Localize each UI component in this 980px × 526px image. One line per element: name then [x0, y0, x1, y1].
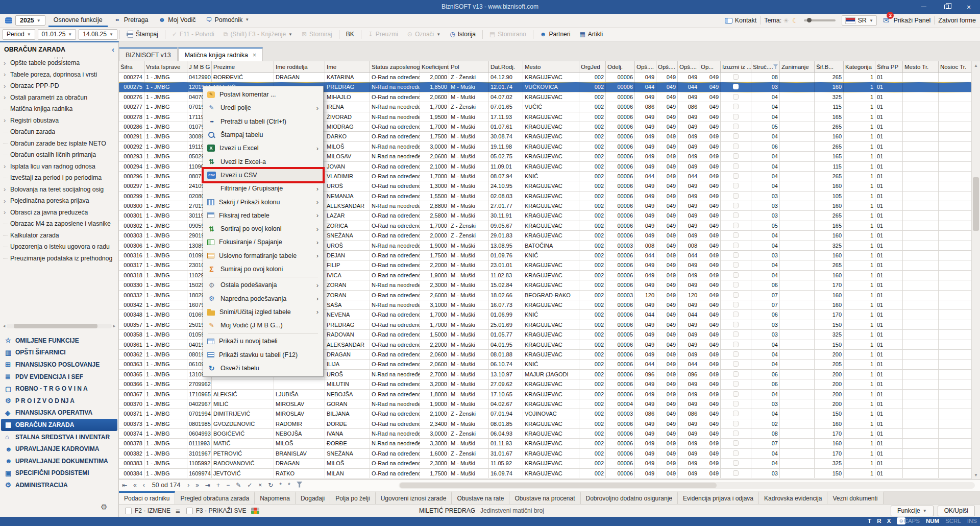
stampaj-button[interactable]: Štampaj	[122, 28, 163, 41]
sidebar-tree-item[interactable]: ›Bolovanja na teret socijalnog osig	[0, 184, 118, 196]
scroll-up-icon[interactable]: ▲	[972, 61, 980, 69]
menu-pomocnik[interactable]: 🗨Pomoćnik▼	[201, 14, 254, 27]
table-row[interactable]: 0003661 - JMBG2709962MILUTINO-Rad na odr…	[119, 379, 971, 389]
context-menu-item-excel-import[interactable]: ⇅Uvezi iz Excel-a	[203, 155, 323, 168]
sidebar-tree-item[interactable]: ›Ostali parametri za obračun	[0, 92, 118, 104]
column-header-op3[interactable]: Opš....	[678, 61, 699, 72]
sidebar-module-grid[interactable]: ⊞FINANSIJSKO POSLOVANJE	[0, 358, 118, 371]
tab-maticna-knjiga[interactable]: Matična knjiga radnika×	[178, 47, 263, 61]
table-row[interactable]: 0003711 - JMBG0701994DIMITRIJEVIĆMIROSLA…	[119, 409, 971, 419]
column-header-sifra[interactable]: Šifra	[119, 61, 144, 72]
sidebar-tree-item[interactable]: Obračun zarade bez isplate NETO	[0, 138, 118, 150]
date-from-dropdown[interactable]: 01.01.25▼	[38, 29, 77, 40]
column-header-pol[interactable]: Pol	[449, 61, 489, 72]
delete-record-icon[interactable]: −	[226, 482, 230, 489]
scroll-thumb[interactable]	[400, 483, 717, 488]
izuzmi-checkbox-icon[interactable]	[733, 440, 739, 446]
column-header-op4[interactable]: Op...	[699, 61, 721, 72]
stornirano-button[interactable]: ▤Stornirano	[485, 28, 531, 41]
sidebar-module-people[interactable]: ☻UPRAVLJANJE KADROVIMA	[0, 443, 118, 455]
izuzmi-checkbox-icon[interactable]	[733, 331, 739, 337]
last-record-icon[interactable]: ⇥	[205, 482, 210, 489]
context-menu-item-comment[interactable]: ✎Postavi komentar ...	[203, 88, 323, 101]
column-header-chk[interactable]: Izuzmi iz ...	[721, 61, 751, 72]
izuzmi-checkbox-icon[interactable]	[733, 114, 739, 119]
izuzmi-checkbox-icon[interactable]	[733, 133, 739, 139]
column-header-dat[interactable]: Dat.Rodj.	[489, 61, 523, 72]
checkbox-icon[interactable]	[186, 508, 193, 514]
izuzmi-checkbox-icon[interactable]	[733, 431, 739, 436]
context-menu-item-print-table[interactable]: Štampaj tabelu	[203, 128, 323, 141]
izuzmi-checkbox-icon[interactable]	[733, 361, 739, 367]
table-row[interactable]: 0003671 - JMBG1710965ALEKSIĆLJUBIŠANEBOJ…	[119, 390, 971, 399]
context-menu-item-advanced-settings[interactable]: ⚙Napredna podešavanja›	[203, 292, 323, 305]
detail-tab[interactable]: Pregled obračuna zarada	[175, 491, 255, 504]
language-dropdown[interactable]: SR ▼	[842, 15, 877, 26]
scroll-left-icon[interactable]: ◂	[2, 323, 7, 328]
izuzmi-checkbox-icon[interactable]	[733, 421, 739, 426]
horizontal-scrollbar[interactable]	[399, 482, 975, 489]
append-record-icon[interactable]: +	[216, 482, 220, 489]
izuzmi-checkbox-icon[interactable]	[733, 232, 739, 238]
theme-slider[interactable]	[804, 19, 836, 21]
izuzmi-checkbox-icon[interactable]	[733, 292, 739, 298]
izuzmi-checkbox-icon[interactable]	[733, 342, 739, 347]
detail-tab[interactable]: Ugovoreni iznosi zarade	[376, 491, 452, 504]
izuzmi-checkbox-icon[interactable]	[733, 163, 739, 169]
sidebar-module-home[interactable]: ⌂STALNA SREDSTVA I INVENTAR	[0, 431, 118, 443]
dark-theme-icon[interactable]: ☾	[792, 17, 798, 25]
sidebar-module-gear[interactable]: ⚙P R O I Z V O D NJ A	[0, 395, 118, 407]
izuzmi-checkbox-icon[interactable]	[733, 183, 739, 188]
tab-biznisoft[interactable]: BIZNISOFT v13	[119, 47, 178, 61]
izuzmi-checkbox-icon[interactable]	[733, 94, 739, 100]
izuzmi-checkbox-icon[interactable]	[733, 391, 739, 397]
sidebar-tree-item[interactable]: Obračun zarada	[0, 126, 118, 138]
sidebar-module-box[interactable]: ▢ROBNO - T R G O V I N A	[0, 382, 118, 395]
context-menu-item-sum[interactable]: ΣSumiraj po ovoj koloni	[203, 262, 323, 276]
izuzmi-checkbox-icon[interactable]	[733, 312, 739, 317]
column-header-mtr[interactable]: Mesto Tr.	[903, 61, 939, 72]
izuzmi-checkbox-icon[interactable]	[733, 212, 739, 218]
next-page-icon[interactable]: »	[195, 482, 199, 489]
izuzmi-checkbox-icon[interactable]	[733, 203, 739, 208]
knjizenje-button[interactable]: ⧉(Shift) F3 - Knjiženje▼	[219, 28, 297, 41]
post-edit-icon[interactable]: ✓	[247, 482, 252, 489]
context-menu-item-focus-merge[interactable]: Fokusiranje / Spajanje›	[203, 235, 323, 249]
context-menu-item-my-guide[interactable]: ✎Moj Vodič (J M B G...)	[203, 319, 323, 332]
minimize-button[interactable]	[913, 0, 935, 14]
sidebar-tree-item[interactable]: Matična knjiga radnika	[0, 103, 118, 115]
slider-knob[interactable]	[807, 18, 812, 22]
detail-tab[interactable]: Podaci o radniku	[119, 491, 175, 504]
izuzmi-checkbox-icon[interactable]	[733, 262, 739, 268]
column-header-koef[interactable]: Koeficijent	[420, 61, 449, 72]
izuzmi-checkbox-icon[interactable]	[733, 173, 739, 179]
table-row[interactable]: 0003741 - JMBG0604993BOGIĆEVIĆNEBOJŠAIVA…	[119, 429, 971, 439]
detail-tab[interactable]: Dobrovoljno dodatno osiguranje	[581, 491, 678, 504]
sidebar-module-book[interactable]: ▥OPŠTI ŠIFARNICI	[0, 347, 118, 359]
collapse-arrow-icon[interactable]: ‹	[112, 45, 114, 54]
sidebar-tree-item[interactable]: ›Registri obustava	[0, 115, 118, 127]
column-header-ntr[interactable]: Nosioc Tr.	[939, 61, 971, 72]
kontakt-button[interactable]: Kontakt	[735, 17, 756, 24]
f11-potvrdi-button[interactable]: ✓F11 - Potvrdi	[167, 28, 219, 41]
column-header-imerod[interactable]: Ime roditelja	[274, 61, 325, 72]
scroll-thumb[interactable]	[973, 177, 979, 231]
table-row[interactable]: 0003841 - JMBG1609974JEVTOVIĆRATKOMILANO…	[119, 469, 971, 479]
bookmark-icon[interactable]: *	[279, 482, 282, 489]
menu-osnovne-funkcije[interactable]: Osnovne funkcije	[48, 14, 108, 27]
mail-icon[interactable]: ✉2	[883, 16, 890, 25]
sidebar-tree-item[interactable]: Obrazac M4 za zaposlene i vlasnike	[0, 218, 118, 230]
preuzmi-button[interactable]: ↧Preuzmi	[363, 28, 403, 41]
detail-tab[interactable]: Vezni dokumenti	[827, 491, 883, 504]
izuzmi-checkbox-icon[interactable]	[733, 144, 739, 149]
checkbox-icon[interactable]	[125, 508, 132, 514]
detail-tab[interactable]: Napomena	[255, 491, 296, 504]
column-header-kat[interactable]: Kategorija	[844, 61, 875, 72]
menu-pretraga[interactable]: ●●Pretraga	[108, 14, 154, 27]
sidebar-module-star[interactable]: ☆OMILJENE FUNKCIJE	[0, 334, 118, 347]
context-menu-item-save-layout[interactable]: Snimi/Učitaj izgled tabele›	[203, 305, 323, 319]
izuzmi-checkbox-icon[interactable]	[733, 243, 739, 248]
prikazi-panel-button[interactable]: Prikaži Panel	[893, 17, 930, 24]
context-menu-item-other-settings[interactable]: ⚙Ostala podešavanja›	[203, 278, 323, 292]
refresh-icon[interactable]: ↻	[268, 482, 273, 489]
